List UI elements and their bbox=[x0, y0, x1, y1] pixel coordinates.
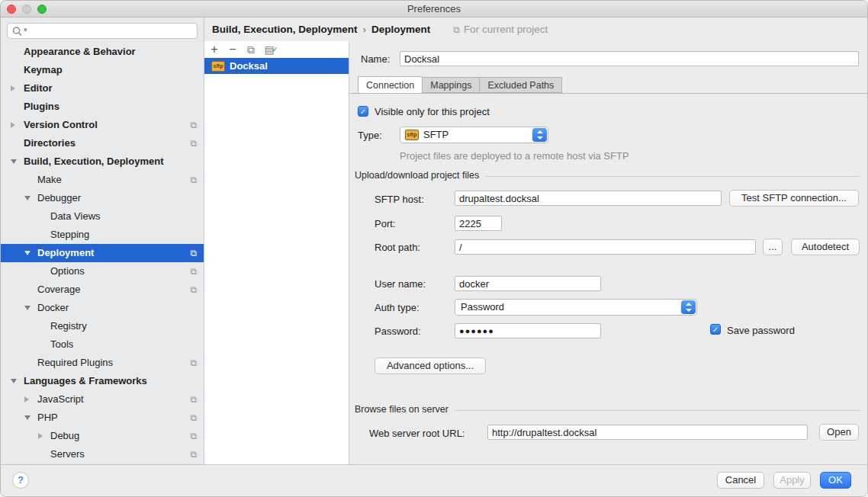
chevron-right-icon[interactable] bbox=[11, 85, 15, 91]
per-project-icon: ⧉ bbox=[190, 134, 197, 152]
dialog-footer: ? Cancel Apply OK bbox=[1, 464, 867, 496]
title-bar: Preferences bbox=[1, 1, 867, 18]
port-field[interactable] bbox=[455, 216, 502, 231]
sidebar-item-build-execution-deployment[interactable]: Build, Execution, Deployment bbox=[1, 152, 204, 171]
type-label: Type: bbox=[358, 130, 382, 141]
auth-type-label: Auth type: bbox=[375, 302, 420, 313]
sidebar-item-appearance-behavior[interactable]: Appearance & Behavior bbox=[1, 43, 204, 61]
breadcrumb-segment-parent[interactable]: Build, Execution, Deployment bbox=[212, 24, 358, 35]
sidebar-item-debug[interactable]: Debug⧉ bbox=[1, 427, 204, 445]
cancel-button[interactable]: Cancel bbox=[717, 472, 764, 489]
web-server-root-url-field[interactable] bbox=[487, 425, 808, 440]
autodetect-button[interactable]: Autodetect bbox=[791, 239, 860, 255]
settings-tabs: Connection Mappings Excluded Paths bbox=[358, 76, 562, 94]
auth-type-select[interactable]: Password bbox=[455, 299, 697, 316]
password-field[interactable] bbox=[455, 323, 601, 338]
sidebar-item-javascript[interactable]: JavaScript⧉ bbox=[1, 390, 204, 409]
chevron-down-icon[interactable] bbox=[24, 415, 31, 420]
minimize-button[interactable] bbox=[22, 5, 31, 14]
type-select[interactable]: sftp SFTP bbox=[400, 127, 548, 143]
chevron-down-icon[interactable] bbox=[11, 379, 17, 383]
server-name: Docksal bbox=[230, 60, 268, 72]
type-value: SFTP bbox=[423, 127, 448, 143]
save-password-checkbox[interactable]: ✓ bbox=[710, 324, 721, 335]
sidebar-item-directories[interactable]: Directories⧉ bbox=[1, 134, 204, 152]
chevron-down-icon[interactable] bbox=[11, 159, 17, 164]
sftp-host-label: SFTP host: bbox=[375, 194, 424, 205]
chevron-down-icon[interactable] bbox=[24, 251, 31, 255]
per-project-icon: ⧉ bbox=[190, 281, 197, 299]
search-icon bbox=[12, 26, 22, 37]
server-list-toolbar: + − ⧉ ▤✓ bbox=[204, 41, 349, 58]
chevron-right-icon[interactable] bbox=[11, 122, 15, 128]
sidebar-item-required-plugins[interactable]: Required Plugins⧉ bbox=[1, 354, 204, 372]
sftp-host-field[interactable] bbox=[455, 191, 722, 206]
per-project-icon: ⧉ bbox=[190, 427, 197, 445]
zoom-button[interactable] bbox=[37, 5, 47, 14]
window-title: Preferences bbox=[407, 3, 461, 14]
advanced-options-button[interactable]: Advanced options... bbox=[375, 358, 486, 374]
sidebar-item-tools[interactable]: Tools bbox=[1, 335, 204, 354]
chevron-right-icon[interactable] bbox=[24, 396, 29, 402]
per-project-icon: ⧉ bbox=[190, 390, 197, 409]
tab-excluded-paths[interactable]: Excluded Paths bbox=[479, 77, 562, 93]
save-password-label: Save password bbox=[727, 325, 795, 336]
server-list-panel: + − ⧉ ▤✓ sftp Docksal bbox=[204, 41, 349, 464]
chevron-down-icon[interactable] bbox=[24, 306, 31, 310]
sidebar-item-make[interactable]: Make⧉ bbox=[1, 171, 204, 189]
copy-server-button[interactable]: ⧉ bbox=[244, 41, 258, 58]
help-button[interactable]: ? bbox=[12, 472, 29, 489]
ok-button[interactable]: OK bbox=[820, 472, 851, 489]
test-sftp-connection-button[interactable]: Test SFTP connection... bbox=[729, 190, 859, 207]
chevron-right-icon[interactable] bbox=[38, 433, 43, 439]
user-name-field[interactable] bbox=[455, 276, 601, 291]
root-path-field[interactable] bbox=[455, 239, 756, 255]
add-server-button[interactable]: + bbox=[207, 41, 221, 58]
server-list-item-docksal[interactable]: sftp Docksal bbox=[204, 58, 349, 74]
sidebar-item-php[interactable]: PHP⧉ bbox=[1, 409, 204, 427]
sidebar-item-version-control[interactable]: Version Control⧉ bbox=[1, 116, 204, 134]
search-box[interactable]: ▾ bbox=[7, 23, 198, 39]
dropdown-stepper-icon[interactable] bbox=[532, 128, 547, 142]
settings-tree: Appearance & Behavior Keymap Editor Plug… bbox=[1, 43, 204, 463]
remove-server-button[interactable]: − bbox=[226, 41, 240, 58]
sidebar-item-languages-frameworks[interactable]: Languages & Frameworks bbox=[1, 372, 204, 390]
tab-connection[interactable]: Connection bbox=[358, 76, 423, 94]
close-button[interactable] bbox=[7, 5, 16, 14]
content-region: Build, Execution, Deployment›Deployment⧉… bbox=[204, 18, 867, 464]
sidebar-item-deployment[interactable]: Deployment⧉ bbox=[1, 244, 204, 262]
per-project-icon: ⧉ bbox=[190, 445, 197, 463]
apply-button[interactable]: Apply bbox=[773, 472, 811, 489]
sidebar-item-debugger[interactable]: Debugger bbox=[1, 189, 204, 207]
breadcrumb-segment-current: Deployment bbox=[371, 24, 430, 35]
scope-label: For current project bbox=[464, 24, 548, 35]
sidebar-item-stepping[interactable]: Stepping bbox=[1, 226, 204, 244]
tab-mappings[interactable]: Mappings bbox=[422, 77, 480, 93]
sidebar-item-servers[interactable]: Servers⧉ bbox=[1, 445, 204, 463]
open-button[interactable]: Open bbox=[819, 424, 859, 441]
per-project-icon: ⧉ bbox=[190, 262, 197, 281]
sidebar-item-keymap[interactable]: Keymap bbox=[1, 61, 204, 79]
per-project-icon: ⧉ bbox=[190, 171, 197, 189]
sidebar-item-data-views[interactable]: Data Views bbox=[1, 207, 204, 226]
sidebar-item-options[interactable]: Options⧉ bbox=[1, 262, 204, 281]
search-filter-chevron-icon[interactable]: ▾ bbox=[24, 26, 27, 34]
sidebar-item-editor[interactable]: Editor bbox=[1, 79, 204, 98]
sidebar-item-plugins[interactable]: Plugins bbox=[1, 98, 204, 116]
check-icon: ✓ bbox=[272, 41, 278, 58]
name-field[interactable] bbox=[400, 51, 859, 66]
browse-section-header: Browse files on server bbox=[355, 404, 860, 415]
set-default-server-button[interactable]: ▤✓ bbox=[262, 41, 276, 58]
password-label: Password: bbox=[375, 325, 421, 337]
chevron-down-icon[interactable] bbox=[24, 196, 31, 200]
browse-ellipsis-button[interactable]: ... bbox=[763, 239, 783, 255]
visible-only-checkbox[interactable]: ✓ bbox=[358, 106, 368, 117]
sidebar-item-coverage[interactable]: Coverage⧉ bbox=[1, 281, 204, 299]
web-server-root-url-label: Web server root URL: bbox=[369, 428, 465, 439]
search-input[interactable] bbox=[32, 24, 192, 37]
dropdown-stepper-icon[interactable] bbox=[681, 300, 696, 314]
sidebar-item-registry[interactable]: Registry bbox=[1, 317, 204, 335]
sftp-file-icon: sftp bbox=[211, 61, 225, 72]
sidebar-item-docker[interactable]: Docker bbox=[1, 299, 204, 317]
per-project-icon: ⧉ bbox=[190, 354, 197, 372]
